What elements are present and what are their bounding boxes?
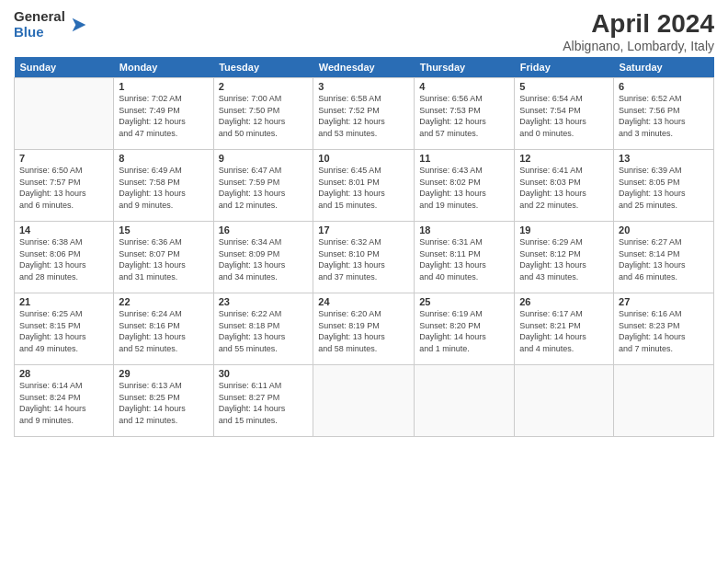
title-block: April 2024 Albignano, Lombardy, Italy (563, 9, 714, 53)
day-info: Sunrise: 6:45 AMSunset: 8:01 PMDaylight:… (318, 165, 409, 211)
day-info: Sunrise: 6:20 AMSunset: 8:19 PMDaylight:… (318, 308, 409, 354)
day-number: 22 (119, 296, 208, 307)
day-number: 1 (119, 81, 208, 92)
table-row: 9Sunrise: 6:47 AMSunset: 7:59 PMDaylight… (213, 150, 313, 222)
day-info: Sunrise: 6:49 AMSunset: 7:58 PMDaylight:… (119, 165, 208, 211)
table-row: 25Sunrise: 6:19 AMSunset: 8:20 PMDayligh… (415, 293, 515, 365)
day-number: 15 (119, 224, 208, 236)
day-info: Sunrise: 6:13 AMSunset: 8:25 PMDaylight:… (119, 380, 208, 426)
table-row (515, 365, 614, 437)
day-number: 14 (19, 224, 108, 236)
day-number: 6 (619, 81, 709, 92)
day-info: Sunrise: 6:56 AMSunset: 7:53 PMDaylight:… (419, 93, 509, 139)
day-number: 24 (318, 296, 409, 307)
day-info: Sunrise: 6:14 AMSunset: 8:24 PMDaylight:… (19, 380, 108, 426)
table-row (415, 365, 515, 437)
calendar-week-row: 28Sunrise: 6:14 AMSunset: 8:24 PMDayligh… (15, 365, 714, 437)
day-info: Sunrise: 6:54 AMSunset: 7:54 PMDaylight:… (519, 93, 609, 139)
table-row: 1Sunrise: 7:02 AMSunset: 7:49 PMDaylight… (114, 78, 213, 150)
day-number: 26 (519, 296, 609, 307)
day-info: Sunrise: 6:52 AMSunset: 7:56 PMDaylight:… (619, 93, 709, 139)
table-row: 7Sunrise: 6:50 AMSunset: 7:57 PMDaylight… (15, 150, 114, 222)
table-row: 15Sunrise: 6:36 AMSunset: 8:07 PMDayligh… (114, 222, 213, 293)
day-number: 28 (19, 368, 108, 379)
day-number: 27 (619, 296, 709, 307)
table-row: 3Sunrise: 6:58 AMSunset: 7:52 PMDaylight… (313, 78, 415, 150)
day-number: 19 (519, 224, 609, 236)
table-row: 27Sunrise: 6:16 AMSunset: 8:23 PMDayligh… (614, 293, 714, 365)
day-info: Sunrise: 6:17 AMSunset: 8:21 PMDaylight:… (519, 308, 609, 354)
col-wednesday: Wednesday (313, 57, 415, 78)
day-info: Sunrise: 6:25 AMSunset: 8:15 PMDaylight:… (19, 308, 108, 354)
table-row: 22Sunrise: 6:24 AMSunset: 8:16 PMDayligh… (114, 293, 213, 365)
day-info: Sunrise: 6:34 AMSunset: 8:09 PMDaylight:… (219, 236, 309, 282)
day-number: 20 (619, 224, 709, 236)
day-info: Sunrise: 6:58 AMSunset: 7:52 PMDaylight:… (318, 93, 409, 139)
day-number: 10 (318, 153, 409, 164)
day-number: 7 (19, 153, 108, 164)
table-row: 26Sunrise: 6:17 AMSunset: 8:21 PMDayligh… (515, 293, 614, 365)
day-info: Sunrise: 7:00 AMSunset: 7:50 PMDaylight:… (219, 93, 309, 139)
day-number: 9 (219, 153, 309, 164)
col-saturday: Saturday (614, 57, 714, 78)
table-row: 11Sunrise: 6:43 AMSunset: 8:02 PMDayligh… (415, 150, 515, 222)
calendar-header-row: Sunday Monday Tuesday Wednesday Thursday… (15, 57, 714, 78)
day-number: 21 (19, 296, 108, 307)
day-info: Sunrise: 6:36 AMSunset: 8:07 PMDaylight:… (119, 236, 208, 282)
day-info: Sunrise: 6:39 AMSunset: 8:05 PMDaylight:… (619, 165, 709, 211)
day-info: Sunrise: 6:11 AMSunset: 8:27 PMDaylight:… (219, 380, 309, 426)
calendar-week-row: 21Sunrise: 6:25 AMSunset: 8:15 PMDayligh… (15, 293, 714, 365)
table-row: 20Sunrise: 6:27 AMSunset: 8:14 PMDayligh… (614, 222, 714, 293)
table-row: 4Sunrise: 6:56 AMSunset: 7:53 PMDaylight… (415, 78, 515, 150)
day-info: Sunrise: 7:02 AMSunset: 7:49 PMDaylight:… (119, 93, 208, 139)
day-info: Sunrise: 6:41 AMSunset: 8:03 PMDaylight:… (519, 165, 609, 211)
day-info: Sunrise: 6:31 AMSunset: 8:11 PMDaylight:… (419, 236, 509, 282)
logo-general: General (14, 9, 65, 25)
day-info: Sunrise: 6:38 AMSunset: 8:06 PMDaylight:… (19, 236, 108, 282)
calendar-week-row: 7Sunrise: 6:50 AMSunset: 7:57 PMDaylight… (15, 150, 714, 222)
table-row: 5Sunrise: 6:54 AMSunset: 7:54 PMDaylight… (515, 78, 614, 150)
day-info: Sunrise: 6:24 AMSunset: 8:16 PMDaylight:… (119, 308, 208, 354)
day-info: Sunrise: 6:47 AMSunset: 7:59 PMDaylight:… (219, 165, 309, 211)
table-row: 2Sunrise: 7:00 AMSunset: 7:50 PMDaylight… (213, 78, 313, 150)
table-row (614, 365, 714, 437)
table-row: 10Sunrise: 6:45 AMSunset: 8:01 PMDayligh… (313, 150, 415, 222)
day-number: 5 (519, 81, 609, 92)
header: General Blue April 2024 Albignano, Lomba… (14, 9, 714, 53)
day-number: 16 (219, 224, 309, 236)
day-info: Sunrise: 6:32 AMSunset: 8:10 PMDaylight:… (318, 236, 409, 282)
day-info: Sunrise: 6:27 AMSunset: 8:14 PMDaylight:… (619, 236, 709, 282)
table-row: 29Sunrise: 6:13 AMSunset: 8:25 PMDayligh… (114, 365, 213, 437)
logo-icon (69, 15, 89, 35)
table-row: 23Sunrise: 6:22 AMSunset: 8:18 PMDayligh… (213, 293, 313, 365)
table-row: 14Sunrise: 6:38 AMSunset: 8:06 PMDayligh… (15, 222, 114, 293)
table-row: 16Sunrise: 6:34 AMSunset: 8:09 PMDayligh… (213, 222, 313, 293)
day-number: 8 (119, 153, 208, 164)
day-number: 3 (318, 81, 409, 92)
calendar-table: Sunday Monday Tuesday Wednesday Thursday… (14, 57, 714, 437)
day-number: 4 (419, 81, 509, 92)
logo-blue: Blue (14, 25, 65, 40)
table-row: 6Sunrise: 6:52 AMSunset: 7:56 PMDaylight… (614, 78, 714, 150)
main-container: General Blue April 2024 Albignano, Lomba… (0, 0, 728, 446)
col-sunday: Sunday (15, 57, 114, 78)
day-number: 12 (519, 153, 609, 164)
day-number: 13 (619, 153, 709, 164)
table-row (313, 365, 415, 437)
col-thursday: Thursday (415, 57, 515, 78)
table-row: 30Sunrise: 6:11 AMSunset: 8:27 PMDayligh… (213, 365, 313, 437)
day-number: 29 (119, 368, 208, 379)
col-monday: Monday (114, 57, 213, 78)
day-info: Sunrise: 6:19 AMSunset: 8:20 PMDaylight:… (419, 308, 509, 354)
month-title: April 2024 (563, 9, 714, 39)
table-row: 28Sunrise: 6:14 AMSunset: 8:24 PMDayligh… (15, 365, 114, 437)
table-row: 18Sunrise: 6:31 AMSunset: 8:11 PMDayligh… (415, 222, 515, 293)
table-row: 8Sunrise: 6:49 AMSunset: 7:58 PMDaylight… (114, 150, 213, 222)
day-number: 30 (219, 368, 309, 379)
day-info: Sunrise: 6:16 AMSunset: 8:23 PMDaylight:… (619, 308, 709, 354)
col-friday: Friday (515, 57, 614, 78)
calendar-week-row: 1Sunrise: 7:02 AMSunset: 7:49 PMDaylight… (15, 78, 714, 150)
table-row: 21Sunrise: 6:25 AMSunset: 8:15 PMDayligh… (15, 293, 114, 365)
location-title: Albignano, Lombardy, Italy (563, 39, 714, 53)
day-info: Sunrise: 6:22 AMSunset: 8:18 PMDaylight:… (219, 308, 309, 354)
